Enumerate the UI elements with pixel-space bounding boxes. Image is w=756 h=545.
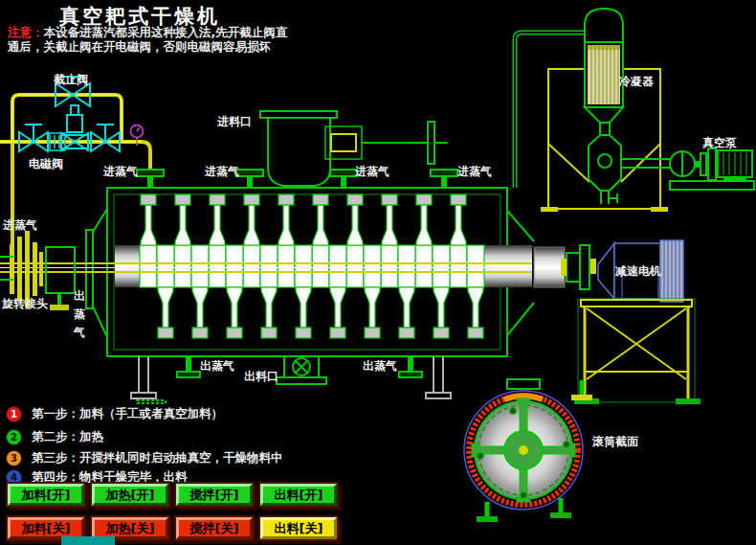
- shaft-coupling: [534, 247, 565, 287]
- steam-out-label-vertical: 出蒸气: [73, 287, 86, 342]
- warning-prefix: 注意：: [8, 25, 44, 39]
- heat-on-button[interactable]: 加热[开]: [92, 484, 168, 506]
- solenoid-valve-label: 电磁阀: [29, 156, 63, 172]
- discharge-on-button[interactable]: 出料[开]: [260, 484, 337, 506]
- step-3-badge: 3: [6, 450, 22, 466]
- steam-out-label-1: 出蒸气: [200, 358, 234, 375]
- feed-on-button[interactable]: 加料[开]: [8, 484, 84, 506]
- stir-off-button[interactable]: 搅拌[关]: [176, 517, 253, 539]
- agitator-paddles: [140, 194, 484, 338]
- vacuum-pump-label: 真空泵: [702, 135, 737, 151]
- rotary-joint-label: 旋转接头: [2, 296, 48, 312]
- discharge-port-label: 出料口: [244, 369, 278, 385]
- step-3: 3 第三步：开搅拌机同时启动抽真空，干燥物料中: [6, 449, 283, 466]
- step-1-text: 第一步：加料（手工或者真空加料）: [32, 406, 223, 422]
- discharge-off-button[interactable]: 出料[关]: [260, 517, 337, 539]
- hmi-screen: 真空耙式干燥机 注意：本设备进蒸汽都采用这种接入法,先开截止阀直 通后，关截止阀…: [0, 0, 756, 545]
- discharge-port: [277, 356, 326, 384]
- drum-legs: [131, 356, 451, 403]
- gear-motor-label: 减速电机: [615, 263, 661, 280]
- steam-in-label-1: 进蒸气: [103, 164, 138, 180]
- step-1: 1 第一步：加料（手工或者真空加料）: [6, 405, 223, 422]
- steam-in-label-2: 进蒸气: [205, 164, 239, 180]
- warning-line-2: 通后，关截止阀在开电磁阀，否则电磁阀容易损坏: [8, 39, 271, 56]
- feeder-vibrator: [331, 134, 356, 151]
- steam-out-label-2: 出蒸气: [363, 358, 397, 375]
- steam-in-label-4: 进蒸气: [457, 164, 492, 180]
- globe-valve-2: [91, 125, 120, 151]
- feed-inlet-label: 进料口: [217, 114, 252, 130]
- condenser-vessel: [585, 9, 623, 135]
- step-2-badge: 2: [6, 429, 22, 445]
- motor-stand: [574, 299, 700, 404]
- drum-section-label: 滚筒截面: [592, 434, 638, 450]
- vapor-pipe: [515, 33, 587, 188]
- receiver-vessel: [589, 135, 621, 204]
- drum-cross-section: [464, 379, 592, 522]
- vacuum-pump: [621, 148, 754, 190]
- steam-in-label-3: 进蒸气: [355, 164, 389, 180]
- step-1-badge: 1: [6, 406, 22, 422]
- step-2-text: 第二步：加热: [32, 429, 103, 445]
- stop-valve-label: 截止阀: [54, 72, 88, 88]
- coupling-flanges: [561, 245, 596, 289]
- condenser-label: 冷凝器: [619, 74, 654, 90]
- partial-bottom-element: [61, 536, 115, 545]
- step-4-text: 第四步：物料干燥完毕，出料: [32, 469, 188, 486]
- step-4-badge: 4: [6, 469, 22, 486]
- globe-valve-1: [19, 125, 48, 151]
- step-2: 2 第二步：加热: [6, 428, 103, 445]
- steam-in-label-left: 进蒸气: [3, 217, 37, 234]
- step-3-text: 第三步：开搅拌机同时启动抽真空，干燥物料中: [32, 450, 283, 466]
- stir-on-button[interactable]: 搅拌[开]: [176, 484, 253, 506]
